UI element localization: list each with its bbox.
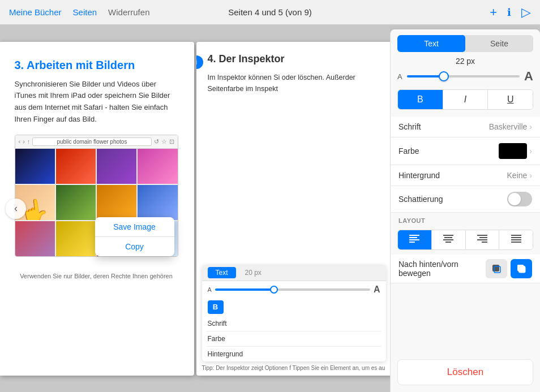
italic-button[interactable]: I xyxy=(443,90,488,109)
inner-tab-text[interactable]: Text xyxy=(208,267,236,278)
hintergrund-row[interactable]: Hintergrund Keine › xyxy=(391,165,540,186)
schattierung-toggle[interactable] xyxy=(507,192,532,206)
svg-rect-16 xyxy=(492,265,499,272)
align-right-button[interactable] xyxy=(466,230,500,249)
alignment-row xyxy=(397,230,533,250)
chapter-title-right: 4. Der Inspektor xyxy=(208,53,380,65)
inner-farbe-label[interactable]: Farbe xyxy=(207,331,382,347)
page-right: i 4. Der Inspektor Im Inspektor können S… xyxy=(196,42,391,376)
grid-image-8 xyxy=(138,185,177,220)
inner-rows: Schrift Farbe Hintergrund xyxy=(202,316,386,361)
size-slider-thumb[interactable] xyxy=(439,71,449,81)
farbe-row[interactable]: Farbe › xyxy=(391,137,540,165)
browser-bookmark[interactable]: ☆ xyxy=(161,138,167,145)
size-a-small-icon: A xyxy=(397,72,402,81)
inner-bold-btn[interactable]: B xyxy=(208,300,224,314)
align-center-button[interactable] xyxy=(432,230,466,249)
book-pages: 3. Arbeiten mit Bildern Synchronisieren … xyxy=(0,42,390,376)
browser-back[interactable]: ‹ xyxy=(19,138,21,145)
save-image-button[interactable]: Save Image xyxy=(95,217,174,237)
schrift-chevron-icon: › xyxy=(529,122,532,131)
page-left-content: 3. Arbeiten mit Bildern Synchronisieren … xyxy=(0,42,194,268)
browser-toolbar: ‹ › ↑ public domain flower photos ↺ ☆ ⊡ xyxy=(15,135,178,149)
grid-image-7 xyxy=(97,185,136,220)
grid-image-10 xyxy=(56,221,96,256)
farbe-swatch[interactable] xyxy=(499,143,527,159)
schrift-row[interactable]: Schrift Baskerville › xyxy=(391,117,540,137)
inner-size-label: 20 px xyxy=(245,269,262,277)
back-button[interactable]: Meine Bücher xyxy=(9,7,62,17)
move-back-button[interactable] xyxy=(486,259,507,278)
svg-rect-3 xyxy=(409,242,415,243)
svg-rect-6 xyxy=(443,239,453,240)
browser-tabs[interactable]: ⊡ xyxy=(169,138,174,145)
info-button[interactable]: ℹ xyxy=(507,7,511,18)
chapter-title-left: 3. Arbeiten mit Bildern xyxy=(15,59,178,72)
svg-rect-1 xyxy=(409,237,417,238)
schrift-value: Baskerville xyxy=(489,122,528,131)
inspector-panel: Text Seite 22 px A A B I U Schrift Baske… xyxy=(390,29,540,392)
svg-rect-13 xyxy=(511,237,521,238)
svg-rect-5 xyxy=(444,237,452,238)
svg-rect-14 xyxy=(511,239,521,240)
align-left-button[interactable] xyxy=(398,230,432,249)
top-bar-right: + ℹ ▷ xyxy=(490,6,531,19)
inner-a-big: A xyxy=(374,285,380,295)
grid-image-1 xyxy=(15,149,55,184)
layout-section-header: LAYOUT xyxy=(391,213,540,226)
font-size-display: 22 px xyxy=(391,57,540,66)
grid-image-3 xyxy=(97,149,136,184)
grid-image-5: 👆 xyxy=(15,185,55,220)
inner-bold-row: B xyxy=(202,298,386,316)
inner-panel-header: Text 20 px xyxy=(202,265,386,281)
grid-image-4 xyxy=(138,149,177,184)
svg-rect-12 xyxy=(511,235,521,236)
inspector-tab-switcher: Text Seite xyxy=(397,35,533,52)
copy-button[interactable]: Copy xyxy=(95,237,174,256)
svg-rect-7 xyxy=(445,242,451,243)
tab-text-button[interactable]: Text xyxy=(397,35,465,52)
page-tip: Tipp: Der Inspektor zeigt Optionen f Tip… xyxy=(202,364,386,372)
svg-rect-8 xyxy=(477,235,487,236)
inner-hintergrund-label[interactable]: Hintergrund xyxy=(207,347,382,361)
inner-slider-thumb[interactable] xyxy=(270,286,278,294)
hintergrund-label: Hintergrund xyxy=(398,171,507,180)
add-button[interactable]: + xyxy=(490,6,497,19)
page-body-text-right: Im Inspektor können Si oder löschen. Auß… xyxy=(208,72,380,94)
svg-rect-10 xyxy=(477,239,487,240)
top-bar-left: Meine Bücher Seiten Widerrufen xyxy=(9,7,149,17)
size-slider-row: A A xyxy=(391,69,540,84)
underline-button[interactable]: U xyxy=(488,90,533,109)
page-body-text-left: Synchronisieren Sie Bilder und Videos üb… xyxy=(15,79,178,126)
play-button[interactable]: ▷ xyxy=(521,6,531,19)
undo-button[interactable]: Widerrufen xyxy=(108,7,149,17)
move-front-button[interactable] xyxy=(511,259,532,278)
svg-rect-23 xyxy=(519,266,525,273)
browser-reload[interactable]: ↺ xyxy=(154,138,159,145)
page-left: 3. Arbeiten mit Bildern Synchronisieren … xyxy=(0,42,194,376)
delete-button[interactable]: Löschen xyxy=(397,359,533,385)
bold-button[interactable]: B xyxy=(398,90,443,109)
tab-page-button[interactable]: Seite xyxy=(465,35,533,52)
browser-share[interactable]: ↑ xyxy=(27,138,31,145)
pages-button[interactable]: Seiten xyxy=(73,7,97,17)
move-row: Nach hinten/vorn bewegen xyxy=(391,255,540,283)
move-label: Nach hinten/vorn bewegen xyxy=(398,260,482,278)
context-menu: Save Image Copy xyxy=(95,217,174,256)
inner-schrift-label[interactable]: Schrift xyxy=(207,316,382,331)
browser-forward[interactable]: › xyxy=(23,138,25,145)
svg-rect-9 xyxy=(479,237,487,238)
main-area: ‹ 3. Arbeiten mit Bildern Synchronisiere… xyxy=(0,25,540,392)
svg-rect-11 xyxy=(482,242,487,243)
browser-address: public domain flower photos xyxy=(32,137,151,146)
schattierung-row: Schattierung xyxy=(391,186,540,213)
document-title: Seiten 4 und 5 (von 9) xyxy=(228,7,312,17)
size-slider[interactable] xyxy=(407,75,520,77)
inner-slider-row: A A xyxy=(202,281,386,298)
inner-slider[interactable] xyxy=(215,288,370,291)
pages-area: ‹ 3. Arbeiten mit Bildern Synchronisiere… xyxy=(0,25,390,392)
inner-a-small: A xyxy=(208,286,212,293)
svg-rect-2 xyxy=(409,239,419,240)
align-justify-button[interactable] xyxy=(499,230,533,249)
size-a-big-icon: A xyxy=(524,69,533,84)
